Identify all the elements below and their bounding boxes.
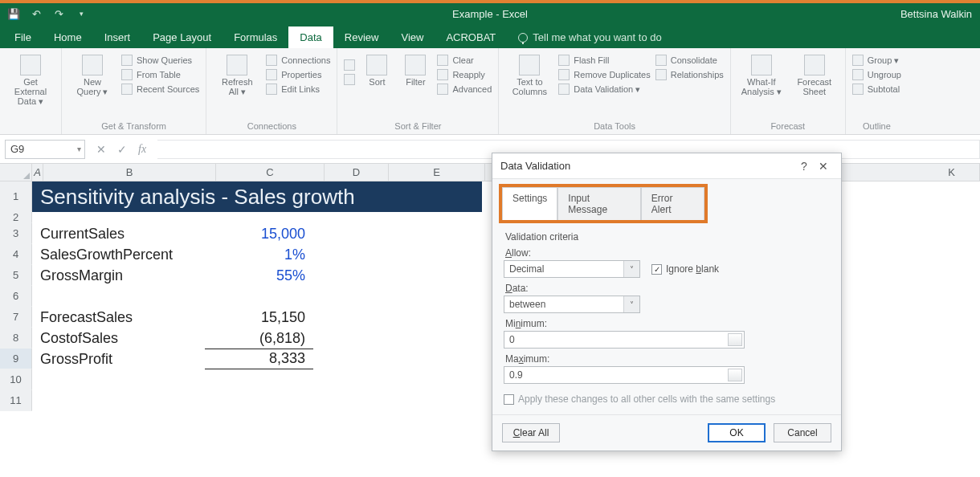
subtotal-button[interactable]: Subtotal xyxy=(852,84,901,95)
row-header-8[interactable]: 8 xyxy=(0,328,32,349)
cell-b4[interactable]: SalesGrowthPercent xyxy=(32,247,205,263)
row-header-4[interactable]: 4 xyxy=(0,244,32,265)
cell-c5[interactable]: 55% xyxy=(205,267,313,284)
maximum-input[interactable]: 0.9 xyxy=(504,366,745,384)
cell-b9[interactable]: GrossProfit xyxy=(32,351,205,368)
col-header-a[interactable]: A xyxy=(32,164,43,181)
select-all-corner[interactable] xyxy=(0,164,32,181)
data-dropdown[interactable]: between˅ xyxy=(504,296,640,313)
tab-formulas[interactable]: Formulas xyxy=(223,26,288,48)
title-cell[interactable]: Sensitivity analysis - Sales growth xyxy=(32,181,482,212)
lightbulb-icon xyxy=(518,33,528,43)
dialog-body: Validation criteria Allow: Decimal˅ ✓Ign… xyxy=(492,223,841,414)
row-header-2[interactable]: 2 xyxy=(0,212,32,223)
get-external-data-button[interactable]: Get External Data ▾ xyxy=(6,51,55,106)
cell-b7[interactable]: ForecastSales xyxy=(32,309,205,326)
group-button[interactable]: Group ▾ xyxy=(852,55,901,66)
help-button[interactable]: ? xyxy=(794,160,814,173)
col-header-c[interactable]: C xyxy=(216,164,325,181)
sort-button[interactable]: Sort xyxy=(360,51,394,87)
show-queries-button[interactable]: Show Queries xyxy=(121,55,199,66)
refresh-all-button[interactable]: Refresh All ▾ xyxy=(213,51,261,96)
tab-file[interactable]: File xyxy=(3,26,43,48)
forecast-sheet-button[interactable]: Forecast Sheet xyxy=(790,51,839,96)
cancel-button[interactable]: Cancel xyxy=(774,423,831,442)
tab-home[interactable]: Home xyxy=(43,26,93,48)
sort-desc-button[interactable] xyxy=(344,74,355,85)
group-label-connections: Connections xyxy=(213,120,330,132)
clear-all-button[interactable]: Clear All xyxy=(502,423,560,442)
flash-fill-icon xyxy=(558,55,570,66)
save-icon[interactable]: 💾 xyxy=(6,6,21,21)
cell-c8[interactable]: (6,818) xyxy=(205,330,313,347)
tab-error-alert[interactable]: Error Alert xyxy=(641,187,704,220)
from-table-button[interactable]: From Table xyxy=(121,69,199,80)
recent-sources-button[interactable]: Recent Sources xyxy=(121,84,199,95)
tell-me[interactable]: Tell me what you want to do xyxy=(507,26,672,48)
name-box[interactable]: G9 xyxy=(5,140,85,159)
consolidate-button[interactable]: Consolidate xyxy=(655,55,724,66)
range-select-icon[interactable] xyxy=(728,333,742,346)
cancel-formula-icon[interactable]: ✕ xyxy=(96,143,106,156)
apply-all-checkbox[interactable]: Apply these changes to all other cells w… xyxy=(504,393,830,405)
row-header-3[interactable]: 3 xyxy=(0,223,32,244)
cell-c3[interactable]: 15,000 xyxy=(205,226,313,243)
tab-view[interactable]: View xyxy=(390,26,435,48)
row-header-6[interactable]: 6 xyxy=(0,286,32,307)
fx-icon[interactable]: fx xyxy=(138,143,146,156)
undo-icon[interactable]: ↶ xyxy=(29,6,43,21)
redo-icon[interactable]: ↷ xyxy=(51,6,66,21)
close-button[interactable]: ✕ xyxy=(814,160,833,173)
col-header-d[interactable]: D xyxy=(325,164,389,181)
cell-c4[interactable]: 1% xyxy=(205,247,313,263)
row-header-9[interactable]: 9 xyxy=(0,349,32,369)
remove-duplicates-button[interactable]: Remove Duplicates xyxy=(558,69,650,80)
tab-review[interactable]: Review xyxy=(333,26,390,48)
connections-button[interactable]: Connections xyxy=(266,55,330,66)
cell-b8[interactable]: CostofSales xyxy=(32,330,205,347)
qat-dropdown-icon[interactable]: ▾ xyxy=(74,6,88,21)
clear-button[interactable]: Clear xyxy=(437,55,492,66)
new-query-button[interactable]: New Query ▾ xyxy=(68,51,116,96)
tab-data[interactable]: Data xyxy=(288,26,333,48)
allow-dropdown[interactable]: Decimal˅ xyxy=(504,260,640,278)
ribbon-tabs: File Home Insert Page Layout Formulas Da… xyxy=(0,24,980,48)
col-header-b[interactable]: B xyxy=(43,164,216,181)
row-header-7[interactable]: 7 xyxy=(0,307,32,328)
ok-button[interactable]: OK xyxy=(708,423,766,442)
col-header-e[interactable]: E xyxy=(389,164,485,181)
row-header-10[interactable]: 10 xyxy=(0,369,32,390)
cell-b3[interactable]: CurrentSales xyxy=(32,226,205,243)
ungroup-button[interactable]: Ungroup xyxy=(852,69,901,80)
cell-b5[interactable]: GrossMargin xyxy=(32,267,205,284)
sort-asc-button[interactable] xyxy=(344,59,355,71)
edit-links-button[interactable]: Edit Links xyxy=(266,84,330,95)
tab-acrobat[interactable]: ACROBAT xyxy=(435,26,507,48)
tab-settings[interactable]: Settings xyxy=(502,187,557,220)
cell-c7[interactable]: 15,150 xyxy=(205,309,313,326)
flash-fill-button[interactable]: Flash Fill xyxy=(558,55,650,66)
tab-page-layout[interactable]: Page Layout xyxy=(141,26,223,48)
ignore-blank-checkbox[interactable]: ✓Ignore blank xyxy=(651,263,719,275)
row-header-1[interactable]: 1 xyxy=(0,181,32,212)
filter-button[interactable]: Filter xyxy=(398,51,432,87)
tab-input-message[interactable]: Input Message xyxy=(557,187,640,220)
text-to-columns-button[interactable]: Text to Columns xyxy=(505,51,553,96)
cell-c9[interactable]: 8,333 xyxy=(205,349,313,369)
range-select-icon[interactable] xyxy=(728,369,742,381)
advanced-button[interactable]: Advanced xyxy=(437,84,492,95)
whatif-button[interactable]: What-If Analysis ▾ xyxy=(737,51,786,96)
reapply-button[interactable]: Reapply xyxy=(437,69,492,80)
validation-icon xyxy=(558,84,570,95)
relationships-button[interactable]: Relationships xyxy=(655,69,724,80)
row-header-11[interactable]: 11 xyxy=(0,390,32,411)
enter-formula-icon[interactable]: ✓ xyxy=(117,143,127,156)
database-icon xyxy=(20,55,41,75)
properties-button[interactable]: Properties xyxy=(266,69,330,80)
ungroup-icon xyxy=(852,69,864,80)
row-header-5[interactable]: 5 xyxy=(0,265,32,286)
data-validation-button[interactable]: Data Validation ▾ xyxy=(558,84,650,95)
dialog-title-bar[interactable]: Data Validation ? ✕ xyxy=(492,153,841,179)
minimum-input[interactable]: 0 xyxy=(504,331,745,349)
tab-insert[interactable]: Insert xyxy=(93,26,142,48)
